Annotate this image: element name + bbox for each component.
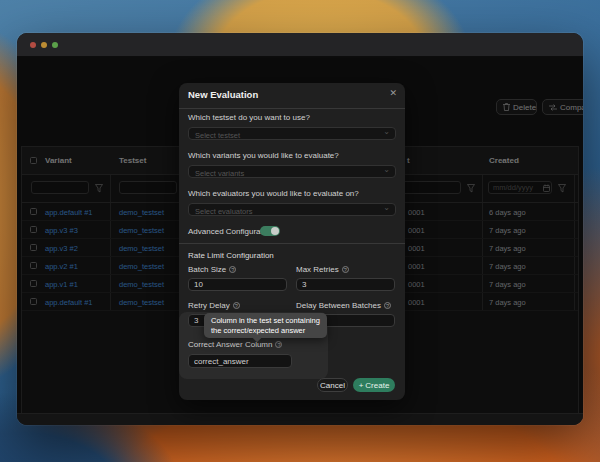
variants-select-placeholder: Select variants [195,169,244,178]
correct-answer-column-input[interactable] [188,354,292,368]
testset-select-placeholder: Select testset [195,131,240,140]
evaluators-question-label: Which evaluators you would like to evalu… [188,189,359,198]
create-button[interactable]: + Create [353,378,395,392]
desktop-wallpaper: Delete Compare Variant Testset t Created… [0,0,600,462]
tooltip-line1: Column in the test set containing [211,316,320,326]
rate-limit-section-title: Rate Limit Configuration [188,251,274,260]
zoom-window-button[interactable] [52,42,58,48]
advanced-configuration-toggle[interactable] [260,226,280,236]
info-icon[interactable]: ? [384,302,391,309]
window-titlebar [17,33,583,57]
cancel-button[interactable]: Cancel [317,378,348,392]
variants-select[interactable]: Select variants ⌄ [188,165,396,178]
modal-title: New Evaluation [188,89,258,100]
retry-delay-label: Retry Delay ? [188,301,240,310]
testset-select[interactable]: Select testset ⌄ [188,127,396,140]
app-window: Delete Compare Variant Testset t Created… [17,33,583,425]
evaluators-select-placeholder: Select evaluators [195,207,253,216]
divider [179,108,405,109]
tooltip-line2: the correct/expected answer [211,326,320,336]
close-window-button[interactable] [30,42,36,48]
max-retries-label: Max Retries ? [296,265,349,274]
info-icon[interactable]: ? [233,302,240,309]
batch-size-input[interactable] [188,278,287,291]
plus-icon: + [359,381,364,390]
batch-size-label: Batch Size ? [188,265,236,274]
correct-answer-tooltip: Column in the test set containing the co… [204,313,327,338]
cancel-button-label: Cancel [320,381,345,390]
create-button-label: Create [365,381,389,390]
new-evaluation-modal: New Evaluation ✕ Which testset do you wa… [179,83,405,400]
evaluators-select[interactable]: Select evaluators ⌄ [188,203,396,216]
close-icon[interactable]: ✕ [389,88,397,98]
max-retries-input[interactable] [296,278,395,291]
variants-question-label: Which variants you would like to evaluat… [188,151,339,160]
testset-question-label: Which testset do you want to use? [188,113,310,122]
toggle-knob [271,227,279,235]
info-icon[interactable]: ? [229,266,236,273]
delay-between-batches-label: Delay Between Batches ? [296,301,391,310]
chevron-down-icon: ⌄ [383,127,390,136]
divider [179,243,405,244]
info-icon[interactable]: ? [342,266,349,273]
chevron-down-icon: ⌄ [383,165,390,174]
correct-answer-column-label: Correct Answer Column ? [188,340,282,349]
minimize-window-button[interactable] [41,42,47,48]
info-icon[interactable]: ? [275,341,282,348]
chevron-down-icon: ⌄ [383,203,390,212]
